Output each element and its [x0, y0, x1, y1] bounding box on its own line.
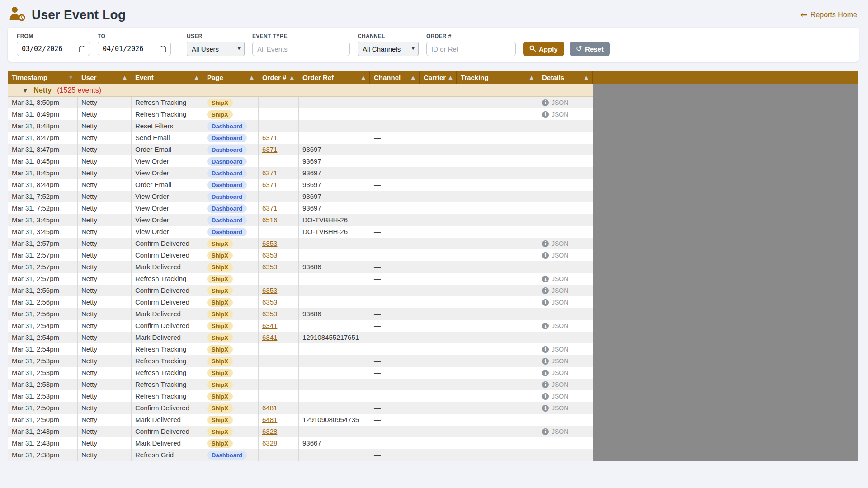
- column-header-label: Channel: [374, 74, 401, 81]
- timestamp-cell: Mar 31, 2:50pm: [8, 414, 78, 426]
- tracking-cell: [457, 308, 538, 320]
- from-date-value[interactable]: [22, 45, 72, 53]
- details-json-link[interactable]: iJSON: [542, 285, 568, 296]
- order-number-link[interactable]: 6516: [262, 214, 277, 226]
- user-cell: Netty: [78, 414, 132, 426]
- order-number-link[interactable]: 6371: [262, 167, 277, 179]
- order-number-link[interactable]: 6353: [262, 308, 277, 320]
- timestamp-cell: Mar 31, 2:53pm: [8, 390, 78, 402]
- order-number-link[interactable]: 6341: [262, 320, 277, 332]
- details-json-link[interactable]: iJSON: [542, 343, 568, 355]
- event-cell: Reset Filters: [132, 120, 203, 132]
- page-cell: ShipX: [203, 320, 259, 332]
- column-header-channel[interactable]: Channel▲: [370, 71, 420, 84]
- tracking-cell: [457, 144, 538, 155]
- order-number-link[interactable]: 6353: [262, 296, 277, 308]
- carrier-cell: [420, 379, 457, 390]
- order-number-cell: 6371: [259, 144, 299, 155]
- channel-cell: —: [370, 426, 420, 437]
- user-cell: Netty: [78, 320, 132, 332]
- reset-button[interactable]: ↺ Reset: [570, 42, 610, 56]
- user-cell: Netty: [78, 449, 132, 461]
- user-cell: Netty: [78, 367, 132, 379]
- details-json-link[interactable]: iJSON: [542, 296, 568, 308]
- details-json-link[interactable]: iJSON: [542, 320, 568, 332]
- order-ref-cell: [299, 249, 370, 261]
- column-header-user[interactable]: User▲: [77, 71, 131, 84]
- column-header-order-ref[interactable]: Order Ref▲: [298, 71, 370, 84]
- order-number-link[interactable]: 6371: [262, 132, 277, 144]
- carrier-cell: [420, 449, 457, 461]
- details-json-link[interactable]: iJSON: [542, 238, 568, 249]
- order-number-link[interactable]: 6328: [262, 437, 277, 449]
- order-number-link[interactable]: 6328: [262, 426, 277, 437]
- order-number-link[interactable]: 6371: [262, 202, 277, 214]
- order-number-link[interactable]: 6371: [262, 179, 277, 191]
- page-cell: ShipX: [203, 426, 259, 437]
- column-header-tracking[interactable]: Tracking▲: [457, 71, 538, 84]
- page-badge-shipx: ShipX: [207, 345, 233, 354]
- order-number-link[interactable]: 6353: [262, 285, 277, 296]
- table-row: Mar 31, 7:52pmNettyView OrderDashboard93…: [8, 191, 593, 202]
- details-json-link[interactable]: iJSON: [542, 379, 568, 390]
- order-number-link[interactable]: 6353: [262, 261, 277, 273]
- channel-label: CHANNEL: [358, 33, 419, 39]
- order-number-link[interactable]: 6341: [262, 332, 277, 343]
- column-header-event[interactable]: Event▲: [131, 71, 203, 84]
- calendar-icon[interactable]: [160, 46, 166, 54]
- page-cell: ShipX: [203, 437, 259, 449]
- user-select[interactable]: All Users: [187, 42, 245, 56]
- to-date-value[interactable]: [103, 45, 153, 53]
- order-number-link[interactable]: 6481: [262, 414, 277, 426]
- order-number-link[interactable]: 6371: [262, 144, 277, 155]
- event-type-input[interactable]: [252, 42, 350, 56]
- order-number-cell: 6371: [259, 167, 299, 179]
- carrier-cell: [420, 179, 457, 191]
- column-header-page[interactable]: Page▲: [203, 71, 258, 84]
- channel-field: CHANNEL All Channels ▾: [358, 33, 419, 56]
- reports-home-link[interactable]: ← Reports Home: [800, 10, 857, 19]
- details-json-link[interactable]: iJSON: [542, 249, 568, 261]
- tracking-cell: [457, 285, 538, 296]
- event-cell: View Order: [132, 167, 203, 179]
- details-json-link[interactable]: iJSON: [542, 426, 568, 437]
- details-json-link[interactable]: iJSON: [542, 367, 568, 379]
- event-cell: Confirm Delivered: [132, 426, 203, 437]
- column-header-carrier[interactable]: Carrier▲: [420, 71, 457, 84]
- page-badge-shipx: ShipX: [207, 380, 233, 389]
- channel-cell: —: [370, 343, 420, 355]
- details-json-link[interactable]: iJSON: [542, 108, 568, 120]
- column-header-timestamp[interactable]: Timestamp▼: [8, 71, 77, 84]
- order-input[interactable]: [426, 42, 516, 56]
- details-json-label: JSON: [552, 273, 568, 285]
- from-date-field: FROM: [17, 33, 90, 56]
- details-json-link[interactable]: iJSON: [542, 390, 568, 402]
- undo-icon: ↺: [576, 45, 582, 52]
- apply-button[interactable]: Apply: [523, 42, 564, 56]
- group-row-netty[interactable]: ▼ Netty (1525 events): [8, 84, 593, 97]
- column-header-details[interactable]: Details▲: [538, 71, 593, 84]
- details-json-link[interactable]: iJSON: [542, 355, 568, 367]
- page-badge-shipx: ShipX: [207, 322, 233, 330]
- details-json-link[interactable]: iJSON: [542, 273, 568, 285]
- event-cell: View Order: [132, 214, 203, 226]
- order-number-cell: [259, 191, 299, 202]
- from-date-input[interactable]: [17, 42, 90, 56]
- details-cell: iJSON: [538, 367, 593, 379]
- tracking-cell: [457, 202, 538, 214]
- carrier-cell: [420, 249, 457, 261]
- event-cell: Refresh Tracking: [132, 97, 203, 108]
- order-number-link[interactable]: 6353: [262, 249, 277, 261]
- order-number-link[interactable]: 6353: [262, 238, 277, 249]
- details-json-link[interactable]: iJSON: [542, 97, 568, 108]
- order-number-cell: [259, 273, 299, 285]
- timestamp-cell: Mar 31, 3:45pm: [8, 214, 78, 226]
- carrier-cell: [420, 238, 457, 249]
- column-header-order[interactable]: Order #▲: [258, 71, 298, 84]
- info-icon: i: [542, 111, 549, 118]
- order-number-link[interactable]: 6481: [262, 402, 277, 414]
- calendar-icon[interactable]: [79, 46, 85, 54]
- details-json-link[interactable]: iJSON: [542, 402, 568, 414]
- channel-select[interactable]: All Channels: [358, 42, 419, 56]
- to-date-input[interactable]: [98, 42, 171, 56]
